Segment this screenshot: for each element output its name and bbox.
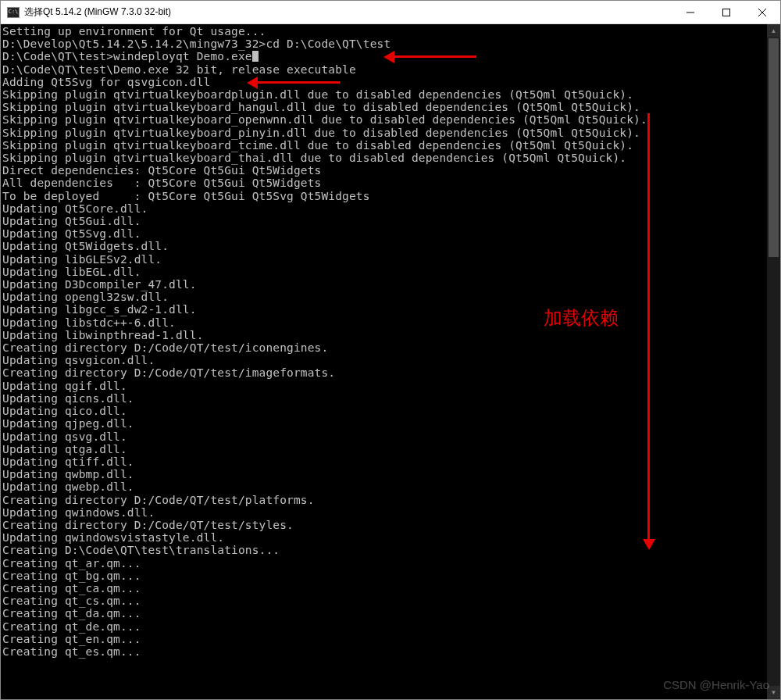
terminal-line: Skipping plugin qtvirtualkeyboard_thai.d… — [2, 152, 767, 164]
maximize-button[interactable] — [708, 1, 744, 23]
terminal-line: D:\Code\QT\test\Demo.exe 32 bit, release… — [2, 63, 767, 76]
terminal-line: D:\Code\QT\test>windeployqt Demo.exe — [2, 50, 767, 62]
terminal-line: Updating qwindowsvistastyle.dll. — [2, 531, 767, 544]
terminal-line: Creating directory D:/Code/QT/test/platf… — [2, 494, 767, 506]
terminal-line: Updating libGLESv2.dll. — [2, 253, 767, 266]
terminal-line: Updating qgif.dll. — [2, 380, 767, 392]
terminal-line: Creating qt_bg.qm... — [2, 570, 767, 582]
terminal-line: Creating qt_cs.qm... — [2, 595, 767, 607]
terminal-line: Updating qtga.dll. — [2, 443, 767, 455]
terminal-cursor — [252, 51, 259, 62]
terminal-line: Creating qt_en.qm... — [2, 633, 767, 645]
terminal-line: Updating qico.dll. — [2, 405, 767, 417]
terminal-line: Updating D3Dcompiler_47.dll. — [2, 278, 767, 291]
terminal-line: Updating libgcc_s_dw2-1.dll. — [2, 303, 767, 316]
watermark-text: CSDN @Henrik-Yao — [663, 678, 769, 691]
terminal-line: Updating qicns.dll. — [2, 392, 767, 405]
terminal-line: Updating libwinpthread-1.dll. — [2, 329, 767, 341]
terminal-line: Skipping plugin qtvirtualkeyboard_openwn… — [2, 113, 767, 126]
terminal-line: Updating qsvgicon.dll. — [2, 354, 767, 366]
terminal-line: Skipping plugin qtvirtualkeyboard_hangul… — [2, 101, 767, 113]
terminal-line: Creating D:\Code\QT\test\translations... — [2, 544, 767, 556]
terminal-line: Updating qjpeg.dll. — [2, 417, 767, 430]
terminal-line: Updating qwebp.dll. — [2, 480, 767, 493]
terminal-line: Creating qt_ca.qm... — [2, 582, 767, 595]
window-controls — [672, 1, 780, 23]
terminal-line: Updating Qt5Core.dll. — [2, 202, 767, 215]
terminal-line: Updating qtiff.dll. — [2, 455, 767, 468]
terminal-line: D:\Develop\Qt5.14.2\5.14.2\mingw73_32>cd… — [2, 38, 767, 50]
terminal-line: Setting up environment for Qt usage... — [2, 25, 767, 38]
terminal-line: Updating libstdc++-6.dll. — [2, 316, 767, 329]
terminal-line: Skipping plugin qtvirtualkeyboardplugin.… — [2, 88, 767, 101]
terminal-line: Creating directory D:/Code/QT/test/icone… — [2, 341, 767, 354]
terminal-output[interactable]: Setting up environment for Qt usage...D:… — [1, 24, 767, 699]
terminal-line: Creating directory D:/Code/QT/test/image… — [2, 366, 767, 379]
vertical-scrollbar[interactable]: ▲ ▼ — [767, 24, 780, 699]
terminal-line: Skipping plugin qtvirtualkeyboard_pinyin… — [2, 127, 767, 139]
terminal-line: All dependencies : Qt5Core Qt5Gui Qt5Wid… — [2, 177, 767, 189]
titlebar[interactable]: C:\ 选择Qt 5.14.2 (MinGW 7.3.0 32-bit) — [1, 1, 780, 24]
terminal-area: Setting up environment for Qt usage...D:… — [1, 24, 780, 699]
terminal-line: Updating qsvg.dll. — [2, 430, 767, 443]
annotation-label: 加载依赖 — [544, 305, 619, 330]
terminal-line: Updating opengl32sw.dll. — [2, 291, 767, 303]
terminal-line: Updating Qt5Widgets.dll. — [2, 240, 767, 252]
terminal-line: Creating qt_de.qm... — [2, 620, 767, 633]
terminal-line: Creating directory D:/Code/QT/test/style… — [2, 519, 767, 531]
terminal-line: Direct dependencies: Qt5Core Qt5Gui Qt5W… — [2, 164, 767, 177]
terminal-line: Updating Qt5Svg.dll. — [2, 227, 767, 240]
terminal-line: Updating libEGL.dll. — [2, 266, 767, 278]
terminal-line: Skipping plugin qtvirtualkeyboard_tcime.… — [2, 139, 767, 152]
terminal-line: Creating qt_ar.qm... — [2, 557, 767, 570]
window-title: 选择Qt 5.14.2 (MinGW 7.3.0 32-bit) — [24, 5, 672, 19]
minimize-button[interactable] — [672, 1, 708, 23]
terminal-line: Creating qt_es.qm... — [2, 645, 767, 658]
scroll-thumb[interactable] — [769, 38, 779, 257]
scroll-up-arrow[interactable]: ▲ — [767, 24, 780, 38]
terminal-line: Updating qwbmp.dll. — [2, 468, 767, 480]
svg-rect-1 — [723, 9, 730, 16]
close-button[interactable] — [744, 1, 780, 23]
terminal-line: Updating qwindows.dll. — [2, 506, 767, 519]
app-window: C:\ 选择Qt 5.14.2 (MinGW 7.3.0 32-bit) Set… — [0, 0, 781, 700]
terminal-line: Creating qt_da.qm... — [2, 607, 767, 620]
cmd-icon: C:\ — [7, 7, 20, 18]
terminal-line: Updating Qt5Gui.dll. — [2, 215, 767, 227]
terminal-line: To be deployed : Qt5Core Qt5Gui Qt5Svg Q… — [2, 190, 767, 202]
terminal-line: Adding Qt5Svg for qsvgicon.dll — [2, 76, 767, 88]
